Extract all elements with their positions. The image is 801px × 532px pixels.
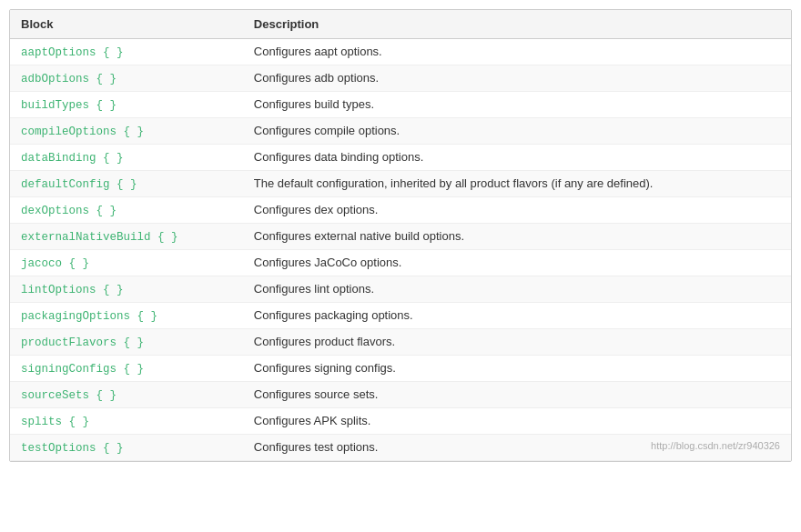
highlighted-text: all [455,176,467,190]
block-name-text: dataBinding { } [21,152,124,165]
block-name-text: testOptions { } [21,442,124,455]
block-cell: lintOptions { } [10,276,243,303]
table-row: compileOptions { }Configures compile opt… [10,118,791,145]
main-table-container: Block Description aaptOptions { }Configu… [9,9,792,462]
description-text: Configures source sets. [254,387,379,401]
description-cell: Configures product flavors. [243,329,791,356]
table-row: productFlavors { }Configures product fla… [10,329,791,356]
table-row: packagingOptions { }Configures packaging… [10,303,791,329]
table-row: signingConfigs { }Configures signing con… [10,356,791,382]
block-cell: splits { } [10,408,243,435]
description-text: Configures signing configs. [254,361,396,375]
table-row: splits { }Configures APK splits. [10,408,791,435]
description-cell: Configures external native build options… [243,224,791,250]
description-text: Configures build types. [254,97,374,111]
table-row: externalNativeBuild { }Configures extern… [10,224,791,250]
description-cell: Configures packaging options. [243,303,791,329]
block-name-text: compileOptions { } [21,125,144,138]
description-text: Configures data binding options. [254,150,423,164]
description-cell: Configures compile options. [243,118,791,145]
block-name-text: jacoco { } [21,257,89,270]
table-row: jacoco { }Configures JaCoCo options. [10,250,791,276]
table-row: defaultConfig { }The default configurati… [10,171,791,197]
block-name-text: defaultConfig { } [21,178,137,191]
description-text: Configures JaCoCo options. [254,256,402,269]
block-name-text: signingConfigs { } [21,363,144,376]
block-name-text: sourceSets { } [21,389,117,402]
table-row: aaptOptions { }Configures aapt options. [10,39,791,65]
description-column-header: Description [243,10,791,39]
block-name-text: externalNativeBuild { } [21,231,178,244]
watermark-text: http://blog.csdn.net/zr940326 [651,440,780,451]
table-row: dataBinding { }Configures data binding o… [10,145,791,171]
block-cell: signingConfigs { } [10,356,243,382]
description-text: Configures lint options. [254,282,374,296]
block-cell: externalNativeBuild { } [10,224,243,250]
description-text: Configures packaging options. [254,308,413,322]
block-cell: jacoco { } [10,250,243,276]
description-text: Configures APK splits. [254,414,371,427]
description-text: Configures dex options. [254,203,379,216]
table-row: dexOptions { }Configures dex options. [10,197,791,224]
block-cell: productFlavors { } [10,329,243,356]
block-cell: dataBinding { } [10,145,243,171]
reference-table: Block Description aaptOptions { }Configu… [10,10,791,461]
block-name-text: aaptOptions { } [21,46,124,59]
description-text: Configures aapt options. [254,45,382,58]
block-cell: sourceSets { } [10,382,243,408]
description-cell: Configures lint options. [243,276,791,303]
block-cell: adbOptions { } [10,65,243,92]
description-cell: The default configuration, inherited by … [243,171,791,197]
block-cell: aaptOptions { } [10,39,243,65]
description-cell: Configures test options.http://blog.csdn… [243,435,791,461]
block-cell: testOptions { } [10,435,243,461]
table-header-row: Block Description [10,10,791,39]
highlighted-text: native [360,229,391,243]
block-name-text: splits { } [21,416,89,428]
description-text: Configures compile options. [254,124,400,137]
description-cell: Configures build types. [243,92,791,118]
table-row: adbOptions { }Configures adb options. [10,65,791,92]
block-cell: dexOptions { } [10,197,243,224]
description-cell: Configures dex options. [243,197,791,224]
description-cell: Configures data binding options. [243,145,791,171]
description-text: Configures adb options. [254,71,379,85]
table-row: lintOptions { }Configures lint options. [10,276,791,303]
description-cell: Configures adb options. [243,65,791,92]
table-row: sourceSets { }Configures source sets. [10,382,791,408]
description-cell: Configures signing configs. [243,356,791,382]
table-row: buildTypes { }Configures build types. [10,92,791,118]
block-name-text: buildTypes { } [21,99,117,112]
description-cell: Configures APK splits. [243,408,791,435]
block-name-text: lintOptions { } [21,284,124,296]
description-text: Configures test options. [254,440,379,454]
block-name-text: adbOptions { } [21,73,117,85]
description-cell: Configures aapt options. [243,39,791,65]
block-cell: packagingOptions { } [10,303,243,329]
block-name-text: productFlavors { } [21,336,144,349]
table-row: testOptions { }Configures test options.h… [10,435,791,461]
description-text: Configures product flavors. [254,335,395,348]
description-cell: Configures JaCoCo options. [243,250,791,276]
block-cell: compileOptions { } [10,118,243,145]
description-cell: Configures source sets. [243,382,791,408]
block-name-text: packagingOptions { } [21,310,157,323]
block-cell: defaultConfig { } [10,171,243,197]
block-cell: buildTypes { } [10,92,243,118]
block-column-header: Block [10,10,243,39]
block-name-text: dexOptions { } [21,205,117,217]
